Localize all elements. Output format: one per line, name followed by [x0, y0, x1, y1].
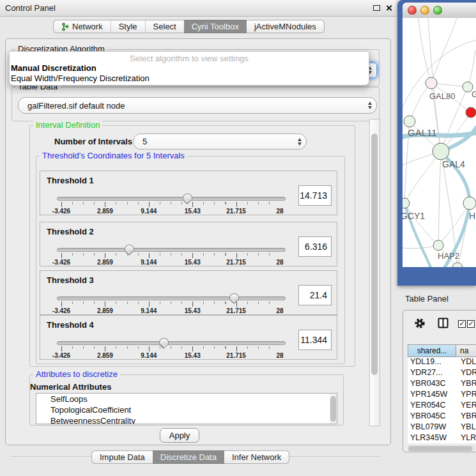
threshold-2-slider-thumb[interactable] — [125, 245, 134, 251]
table-data-combobox[interactable]: galFiltered.sif default node — [18, 97, 377, 114]
panel-title: Control Panel — [5, 3, 56, 13]
network-icon — [61, 22, 69, 31]
node-hap2[interactable] — [433, 240, 443, 250]
numerical-attributes-list[interactable]: SelfLoops TopologicalCoefficient Between… — [36, 393, 337, 424]
table-panel-toolbar: ✓ ✓ — [403, 311, 476, 339]
threshold-3-slider-track[interactable] — [57, 296, 286, 300]
tab-infer-network[interactable]: Infer Network — [224, 450, 289, 464]
bottom-tab-bar: Impute Data Discretize Data Infer Networ… — [91, 450, 289, 464]
threshold-2-slider-track[interactable] — [57, 248, 286, 252]
minimize-traffic-light-icon[interactable] — [420, 6, 429, 15]
table-panel-title: Table Panel — [405, 294, 449, 303]
cell: YBL0 — [456, 422, 476, 433]
list-item[interactable]: TopologicalCoefficient — [36, 404, 337, 415]
control-panel-titlebar — [0, 0, 396, 17]
table-body: YDL19... YDL1 YDR27... YDR2 YBR043C YBR0… — [408, 357, 476, 443]
threshold-2-value-field[interactable]: 6.316 — [298, 236, 332, 257]
apply-button[interactable]: Apply — [160, 428, 199, 443]
close-icon[interactable] — [385, 4, 393, 12]
cell: YBL079W — [408, 422, 456, 433]
dropdown-hint: Select algorithm to view settings — [10, 52, 369, 63]
scrollbar-thumb[interactable] — [371, 134, 378, 375]
zoom-traffic-light-icon[interactable] — [433, 6, 442, 15]
tab-label: jActiveMNodules — [254, 22, 316, 31]
screen: Control Panel Network Style Select Cyni … — [0, 0, 476, 476]
table-panel: ✓ ✓ shared... na YDL19... YDL1 YDR27... … — [403, 310, 476, 452]
checkbox-icon[interactable]: ✓ — [458, 320, 466, 328]
cell: YPR145W — [408, 390, 456, 401]
node-gal80[interactable] — [426, 77, 437, 89]
cell: YBR0 — [456, 379, 476, 390]
number-of-intervals-label: Number of Intervals — [54, 137, 132, 146]
interval-definition-title: Interval Definition — [33, 121, 102, 130]
cell: YDR2 — [456, 368, 476, 379]
list-item[interactable]: SelfLoops — [36, 394, 337, 404]
table-row[interactable]: YLR345W YLR3 — [408, 433, 476, 443]
node-gal4[interactable] — [433, 143, 449, 160]
algorithm-dropdown-popup: Select algorithm to view settings Manual… — [9, 51, 369, 86]
svg-text:GAL80: GAL80 — [429, 91, 455, 101]
slider-scale-labels: -3.426 2.859 9.144 15.43 21.715 28 — [61, 206, 280, 214]
list-item[interactable]: BetweennessCentrality — [36, 415, 337, 424]
tab-cyni-toolbox[interactable]: Cyni Toolbox — [184, 20, 247, 33]
threshold-title: Threshold 1 — [47, 176, 94, 185]
tab-network[interactable]: Network — [53, 20, 111, 33]
gear-icon[interactable] — [414, 318, 426, 329]
cell: YBR043C — [408, 379, 456, 390]
threshold-3-slider-thumb[interactable] — [229, 293, 239, 300]
close-traffic-light-icon[interactable] — [408, 6, 417, 15]
table-row[interactable]: YBR043C YBR0 — [408, 379, 476, 390]
tab-label: Impute Data — [100, 452, 145, 462]
cell: YLR3 — [456, 433, 476, 443]
table-data-value: galFiltered.sif default node — [19, 101, 364, 111]
threshold-1-slider-thumb[interactable] — [183, 194, 192, 200]
slider-scale-labels: -3.426 2.859 9.144 15.43 21.715 28 — [61, 306, 280, 314]
svg-text:GAL11: GAL11 — [408, 127, 437, 138]
node-right-mid[interactable] — [463, 197, 476, 210]
tab-label: Select — [153, 22, 176, 31]
number-of-intervals-combobox[interactable]: 5 — [133, 134, 307, 150]
float-window-icon[interactable] — [373, 5, 380, 11]
tab-discretize-data[interactable]: Discretize Data — [153, 450, 224, 464]
attributes-list-scrollbar[interactable] — [330, 394, 337, 424]
table-row[interactable]: YPR145W YPR1 — [408, 390, 476, 401]
dropdown-option-equal-width[interactable]: Equal Width/Frequency Discretization — [10, 73, 369, 84]
column-header-shared-name[interactable]: shared... — [408, 344, 456, 357]
table-row[interactable]: YDR27... YDR2 — [408, 368, 476, 379]
checkbox-icon[interactable]: ✓ — [467, 320, 475, 328]
tab-jactivemnodules[interactable]: jActiveMNodules — [247, 20, 325, 33]
network-canvas[interactable]: GAL80 GA GAL11 GAL4 GCY1 H HAP2 — [403, 18, 476, 267]
scrollbar-thumb[interactable] — [330, 396, 336, 422]
table-row[interactable]: YDL19... YDL1 — [408, 357, 476, 368]
panel-vertical-scrollbar[interactable] — [369, 119, 380, 426]
threshold-3-value-field[interactable]: 21.4 — [298, 285, 332, 305]
tab-impute-data[interactable]: Impute Data — [91, 450, 153, 464]
network-window-titlebar — [403, 3, 476, 18]
table-horizontal-scrollbar[interactable] — [408, 445, 475, 452]
threshold-4-slider-thumb[interactable] — [159, 338, 169, 344]
number-of-intervals-value: 5 — [134, 137, 293, 146]
node-red[interactable] — [466, 107, 476, 118]
column-header-name[interactable]: na — [456, 344, 476, 357]
tab-style[interactable]: Style — [111, 20, 145, 33]
table-row[interactable]: YBL079W YBL0 — [408, 422, 476, 433]
threshold-1-slider-track[interactable] — [57, 197, 286, 201]
node-gcy1[interactable] — [403, 198, 410, 208]
tab-label: Network — [72, 22, 103, 31]
scrollbar-thumb[interactable] — [408, 446, 472, 451]
threshold-1-value-field[interactable]: 14.713 — [298, 185, 332, 206]
dropdown-option-manual-discretization[interactable]: Manual Discretization — [10, 63, 369, 73]
table-header-row: shared... na — [408, 344, 476, 357]
tab-label: Infer Network — [232, 452, 281, 462]
threshold-title: Threshold 4 — [47, 320, 94, 330]
threshold-4-value-field[interactable]: 11.344 — [298, 330, 332, 350]
slider-scale-labels: -3.426 2.859 9.144 15.43 21.715 28 — [61, 257, 280, 265]
cell: YDL1 — [456, 357, 476, 368]
tab-select[interactable]: Select — [145, 20, 184, 33]
node-left-mid[interactable] — [404, 116, 415, 127]
table-row[interactable]: YER054C YER0 — [408, 401, 476, 411]
tab-label: Cyni Toolbox — [192, 22, 239, 31]
table-row[interactable]: YBR045C YBR0 — [408, 411, 476, 422]
threshold-4-slider-track[interactable] — [57, 341, 286, 345]
split-columns-icon[interactable] — [438, 318, 449, 328]
